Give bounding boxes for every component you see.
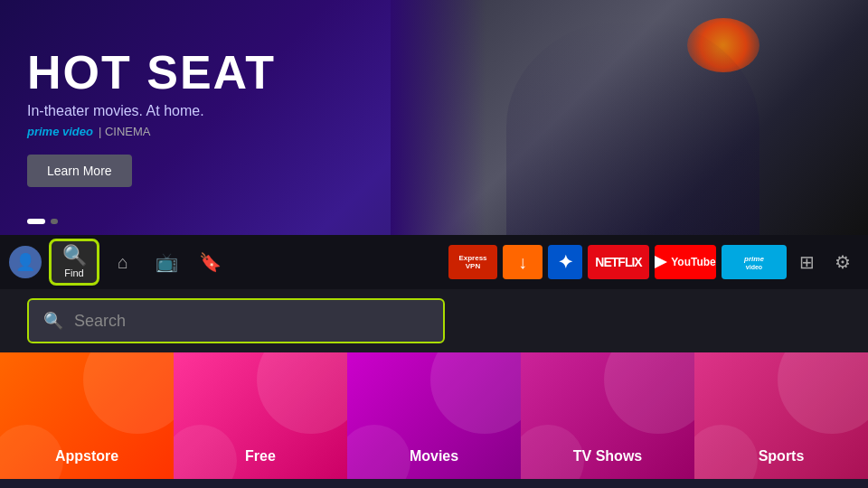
hero-left: HOT SEAT In-theater movies. At home. pri… <box>27 0 276 235</box>
search-bar[interactable]: 🔍 Search <box>27 298 445 343</box>
search-section: 🔍 Search <box>0 289 868 352</box>
netflix-label: NETFLIX <box>595 255 641 269</box>
movies-tile[interactable]: Movies <box>347 352 521 479</box>
hero-banner: HOT SEAT In-theater movies. At home. pri… <box>0 0 868 235</box>
downloader-icon: ↓ <box>518 252 527 273</box>
free-tile[interactable]: Free <box>174 352 347 479</box>
tvshows-label: TV Shows <box>573 448 642 465</box>
movies-label: Movies <box>410 448 458 465</box>
character-2 <box>732 72 850 235</box>
feathers-icon: ✦ <box>558 251 573 273</box>
prime-badge: prime video | CINEMA <box>27 125 276 138</box>
appstore-tile[interactable]: Appstore <box>0 352 174 479</box>
prime-video-label: prime video <box>27 125 93 138</box>
tvshows-tile[interactable]: TV Shows <box>521 352 694 479</box>
appstore-label: Appstore <box>55 448 118 465</box>
tv-button[interactable]: 📺 <box>146 242 186 282</box>
bookmark-icon: 🔖 <box>199 251 222 273</box>
primevideo-label: prime <box>744 255 764 263</box>
youtube-app[interactable]: YouTube <box>655 245 716 279</box>
sports-label: Sports <box>759 448 805 465</box>
hero-title: HOT SEAT <box>27 49 276 96</box>
primevideo-sublabel: video <box>746 264 762 270</box>
hero-image <box>391 0 868 235</box>
user-avatar[interactable]: 👤 <box>9 246 42 278</box>
sports-tile[interactable]: Sports <box>694 352 868 479</box>
cinema-label: | CINEMA <box>99 125 151 138</box>
feathers-app[interactable]: ✦ <box>548 245 582 279</box>
downloader-app[interactable]: ↓ <box>503 245 542 279</box>
settings-button[interactable]: ⚙ <box>826 246 859 278</box>
grid-icon: ⊞ <box>799 251 815 273</box>
gear-icon: ⚙ <box>835 251 851 273</box>
search-icon: 🔍 <box>62 246 87 266</box>
find-label: Find <box>64 267 83 278</box>
free-label: Free <box>245 448 276 465</box>
find-button[interactable]: 🔍 Find <box>49 239 99 286</box>
search-placeholder: Search <box>74 312 126 331</box>
categories: Appstore Free Movies TV Shows Sports <box>0 352 868 479</box>
hero-bg <box>391 0 868 235</box>
home-icon: ⌂ <box>118 252 128 273</box>
bookmark-button[interactable]: 🔖 <box>190 242 230 282</box>
app-shortcuts: ExpressVPN ↓ ✦ NETFLIX YouTube prime vid… <box>448 245 787 279</box>
tv-icon: 📺 <box>156 251 178 273</box>
expressvpn-app[interactable]: ExpressVPN <box>448 245 497 279</box>
home-button[interactable]: ⌂ <box>103 242 143 282</box>
nav-bar: 👤 🔍 Find ⌂ 📺 🔖 ExpressVPN ↓ ✦ NETFLIX Yo… <box>0 235 868 289</box>
search-bar-icon: 🔍 <box>43 311 63 331</box>
learn-more-button[interactable]: Learn More <box>27 155 132 187</box>
grid-button[interactable]: ⊞ <box>790 246 823 278</box>
youtube-label: YouTube <box>671 256 716 268</box>
expressvpn-label: ExpressVPN <box>458 254 486 270</box>
hero-subtitle: In-theater movies. At home. <box>27 103 276 119</box>
netflix-app[interactable]: NETFLIX <box>588 245 649 279</box>
primevideo-app[interactable]: prime video <box>722 245 787 279</box>
youtube-play-icon <box>655 256 667 268</box>
